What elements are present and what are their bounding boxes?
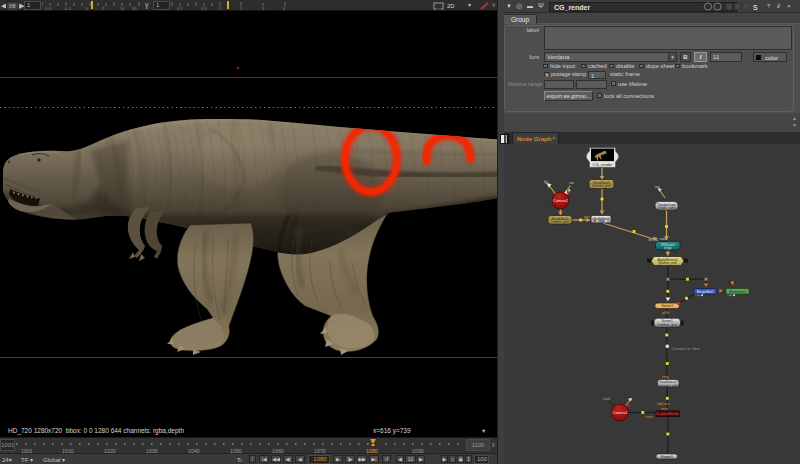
svg-text:Connect to Geo: Connect to Geo xyxy=(672,346,701,351)
svg-text:ScanlineRender: ScanlineRender xyxy=(656,412,680,416)
svg-text:2: 2 xyxy=(240,6,243,11)
svg-text:0.1: 0.1 xyxy=(177,6,183,11)
svg-text:axis: axis xyxy=(660,236,667,241)
svg-text:Wireframe1: Wireframe1 xyxy=(729,290,746,294)
svg-text:Camera2: Camera2 xyxy=(553,199,568,203)
svg-text:axi: axi xyxy=(655,185,660,189)
svg-text:S: S xyxy=(753,4,758,11)
svg-text:Switch1: Switch1 xyxy=(661,304,673,308)
svg-text:cam: cam xyxy=(645,414,653,419)
svg-text:Camera1: Camera1 xyxy=(613,411,628,415)
svg-text:Viewer1: Viewer1 xyxy=(661,455,673,459)
svg-text:look: look xyxy=(603,396,610,401)
svg-text:GeoSelect1: GeoSelect1 xyxy=(592,217,609,221)
svg-text:img: img xyxy=(661,406,667,411)
svg-text:10: 10 xyxy=(120,6,125,11)
svg-text:lgt: lgt xyxy=(544,180,548,184)
svg-text:(tyranno_sel): (tyranno_sel) xyxy=(659,384,677,388)
svg-text:(camera_geo): (camera_geo) xyxy=(551,220,570,224)
svg-text:geo: geo xyxy=(584,214,591,219)
svg-text:p/filt: p/filt xyxy=(662,310,670,315)
svg-text:2: 2 xyxy=(102,6,105,11)
svg-text:CG_render: CG_render xyxy=(593,162,613,167)
svg-text:4: 4 xyxy=(283,6,286,11)
svg-text:axi: axi xyxy=(570,181,575,185)
svg-text:0: 0 xyxy=(86,6,89,11)
svg-text:1: 1 xyxy=(219,6,222,11)
svg-text:MergeMat1: MergeMat1 xyxy=(697,290,714,294)
svg-text:(combine_geo): (combine_geo) xyxy=(657,323,677,327)
svg-text:(vray): (vray) xyxy=(664,246,672,250)
svg-text:(tyranno_geo): (tyranno_geo) xyxy=(592,184,611,188)
svg-text:img: img xyxy=(662,374,668,379)
svg-text:30: 30 xyxy=(132,6,137,11)
svg-text:(tyranno_mat): (tyranno_mat) xyxy=(658,261,677,265)
svg-text:(shake_cam): (shake_cam) xyxy=(658,206,675,210)
svg-text:3: 3 xyxy=(262,6,265,11)
svg-text:-1.0: -1.0 xyxy=(44,6,52,11)
svg-text:src: src xyxy=(648,237,653,242)
svg-text:-0.1: -0.1 xyxy=(64,6,72,11)
svg-text:0.5: 0.5 xyxy=(201,6,207,11)
